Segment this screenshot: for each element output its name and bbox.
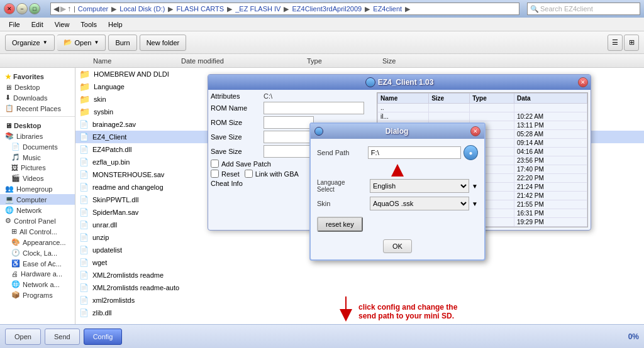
skin-arrow-icon: ▼ [472, 200, 478, 207]
sidebar-item-videos[interactable]: 🎬 Videos [0, 173, 75, 183]
table-cell-type [470, 112, 514, 121]
skin-select[interactable]: AquaOS .ssk [370, 197, 469, 210]
sidebar-item-network[interactable]: 🌐 Network [0, 205, 75, 215]
config-bottom-button[interactable]: Config [84, 329, 123, 345]
view-toggle-button[interactable]: ☰ [608, 35, 623, 51]
sidebar-item-desktop[interactable]: 🖥 Desktop [0, 82, 75, 92]
new-folder-button[interactable]: New folder [140, 35, 187, 51]
nav-up-icon[interactable]: ↑ [67, 4, 71, 13]
skin-label: Skin [317, 200, 367, 207]
sidebar-item-appearance[interactable]: 🎨 Appearance... [0, 237, 75, 247]
file-name: XML2romlistds readme-auto [92, 284, 640, 291]
file-icon: 📄 [79, 183, 89, 192]
sidebar-item-hardware[interactable]: 🖨 Hardware a... [0, 269, 75, 279]
file-icon: 📄 [79, 296, 89, 305]
list-item[interactable]: 📄zlib.dll [75, 307, 644, 319]
open-arrow-icon: ▼ [94, 40, 99, 45]
breadcrumb: Computer ▶ Local Disk (D:) ▶ FLASH CARTS… [78, 5, 411, 13]
reset-key-button[interactable]: reset key [317, 217, 363, 232]
sidebar-item-homegroup[interactable]: 👥 Homegroup [0, 183, 75, 194]
table-cell-data: 21:55 PM [514, 200, 587, 209]
sidebar-item-libraries[interactable]: 📚 Libraries [0, 131, 75, 141]
minimize-button[interactable]: − [16, 3, 28, 14]
col-name[interactable]: Name [88, 57, 176, 65]
red-down-arrow-annotation [340, 296, 352, 322]
table-cell-data: 19:29 PM [514, 218, 587, 227]
send-bottom-button[interactable]: Send [45, 329, 80, 345]
sidebar-item-pictures[interactable]: 🖼 Pictures [0, 163, 75, 173]
view-details-button[interactable]: ⊞ [624, 35, 639, 51]
title-bar: ✕ − □ ◀ ▶ ↑ | Computer ▶ Local Disk (D:)… [0, 0, 644, 18]
list-item[interactable]: 📄XML2romlistds readme [75, 269, 644, 281]
ez4-title: EZ4_Client 1.03 [378, 78, 434, 87]
ez4-close-button[interactable]: ✕ [578, 77, 588, 87]
rom-name-input[interactable] [264, 102, 364, 114]
sidebar-item-recent-places[interactable]: 📋 Recent Places [0, 103, 75, 114]
add-save-patch-checkbox[interactable] [211, 160, 219, 168]
organize-button[interactable]: Organize ▼ [5, 35, 55, 51]
link-gba-checkbox[interactable] [245, 170, 253, 178]
file-icon: 📄 [79, 133, 89, 141]
nav-forward-icon[interactable]: ▶ [60, 4, 66, 13]
open-button[interactable]: 📂 Open ▼ [57, 35, 106, 51]
control-panel-icon: ⚙ [5, 217, 11, 225]
sidebar-item-programs[interactable]: 📦 Programs [0, 290, 75, 300]
table-row[interactable]: .. [378, 104, 587, 112]
folder-icon: 📁 [79, 107, 90, 117]
sidebar-item-ease[interactable]: ♿ Ease of Ac... [0, 258, 75, 269]
send-path-input[interactable] [368, 146, 461, 159]
sidebar-item-control-panel[interactable]: ⚙ Control Panel [0, 215, 75, 226]
address-bar[interactable]: ◀ ▶ ↑ | Computer ▶ Local Disk (D:) ▶ FLA… [50, 3, 519, 15]
language-select[interactable]: English [370, 179, 469, 193]
ok-button[interactable]: OK [383, 239, 412, 253]
nav-back-icon[interactable]: ◀ [53, 4, 59, 13]
sidebar-item-clock[interactable]: 🕐 Clock, La... [0, 247, 75, 258]
inner-close-button[interactable]: ✕ [470, 126, 480, 136]
favorites-icon: ★ [5, 73, 11, 80]
col-date[interactable]: Date modified [176, 57, 302, 65]
send-path-row: Send Path ● [317, 145, 478, 160]
reset-key-row: reset key [317, 214, 478, 234]
column-headers: Name Date modified Type Size [0, 54, 644, 68]
all-control-icon: ⊞ [11, 227, 17, 236]
col-type[interactable]: Type [302, 57, 377, 65]
reset-checkbox[interactable] [211, 170, 219, 178]
table-cell-data: 05:28 AM [514, 130, 587, 139]
menu-edit[interactable]: Edit [26, 19, 48, 30]
menu-view[interactable]: View [50, 19, 75, 30]
recent-places-icon: 📋 [5, 104, 14, 112]
list-item[interactable]: 📄xml2romlistds [75, 294, 644, 307]
send-path-browse-button[interactable]: ● [464, 145, 478, 160]
menu-file[interactable]: File [4, 19, 25, 30]
close-button[interactable]: ✕ [4, 3, 15, 14]
table-cell-data: 23:56 PM [514, 156, 587, 165]
sidebar-item-music[interactable]: 🎵 Music [0, 152, 75, 163]
sidebar-item-network2[interactable]: 🌐 Network a... [0, 279, 75, 290]
save-size-input2[interactable] [264, 145, 314, 158]
table-cell-size [429, 112, 470, 121]
burn-button[interactable]: Burn [108, 35, 136, 51]
col-data-header: Data [514, 94, 587, 104]
sidebar-item-computer[interactable]: 💻 Computer [0, 194, 75, 205]
sidebar-item-downloads[interactable]: ⬇ Downloads [0, 92, 75, 103]
maximize-button[interactable]: □ [29, 3, 40, 14]
open-bottom-button[interactable]: Open [5, 329, 41, 345]
folder-icon: 📁 [79, 82, 90, 92]
list-item[interactable]: 📄XML2romlistds readme-auto [75, 281, 644, 294]
sidebar-item-all-control[interactable]: ⊞ All Control... [0, 226, 75, 237]
homegroup-icon: 👥 [5, 185, 14, 193]
save-size-input1[interactable] [264, 131, 314, 143]
rom-size-input[interactable] [264, 116, 314, 129]
menu-help[interactable]: Help [103, 19, 128, 30]
toolbar: Organize ▼ 📂 Open ▼ Burn New folder ☰ ⊞ [0, 31, 644, 54]
table-row[interactable]: il...10:22 AM [378, 112, 587, 121]
col-size[interactable]: Size [377, 57, 440, 65]
sidebar-item-documents[interactable]: 📄 Documents [0, 141, 75, 152]
hardware-icon: 🖨 [11, 270, 18, 278]
menu-tools[interactable]: Tools [75, 19, 102, 30]
network2-icon: 🌐 [11, 280, 20, 288]
progress-text: 0% [628, 332, 639, 341]
menu-bar: File Edit View Tools Help [0, 18, 644, 31]
inner-buttons: OK [317, 239, 478, 253]
videos-icon: 🎬 [11, 174, 20, 182]
